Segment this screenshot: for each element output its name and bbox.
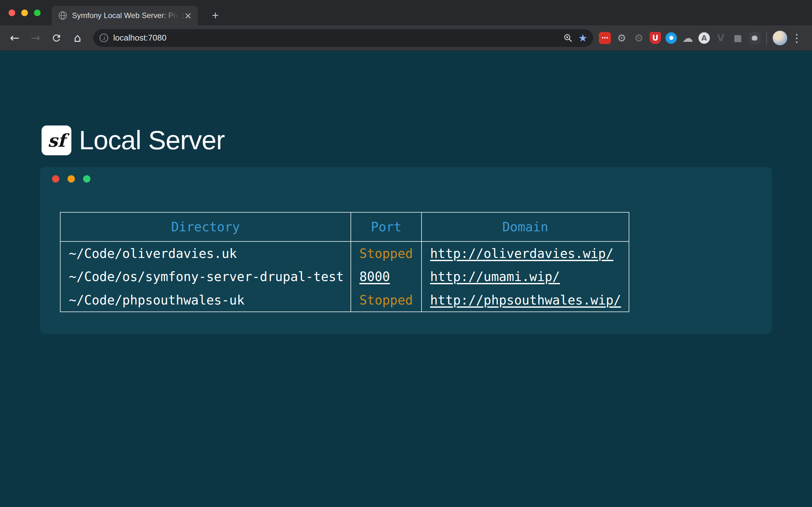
port-link[interactable]: 8000: [359, 269, 390, 284]
browser-toolbar: ← → ⌂ i localhost:7080 ★ ⋯ ⚙ ⚙: [0, 25, 812, 51]
extension-letter-v-icon[interactable]: V: [714, 32, 727, 44]
info-glyph: i: [103, 35, 105, 41]
globe-favicon-icon: [59, 11, 67, 20]
toolbar-divider: [766, 32, 767, 44]
browser-chrome: Symfony Local Web Server: Prox × + ← → ⌂…: [0, 0, 812, 51]
forward-button[interactable]: →: [27, 30, 44, 46]
site-info-icon[interactable]: i: [100, 34, 108, 42]
orange-dot-icon: [67, 175, 75, 182]
port-cell: Stopped: [351, 241, 421, 265]
column-header-port: Port: [351, 212, 421, 241]
servers-table: Directory Port Domain ~/Code/oliverdavie…: [60, 212, 629, 312]
window-close-button[interactable]: [9, 9, 15, 16]
domain-cell: http://umami.wip/: [421, 265, 629, 288]
extension-gear-icon[interactable]: ⚙: [615, 32, 628, 44]
terminal-dots: [52, 175, 90, 182]
domain-cell: http://oliverdavies.wip/: [421, 241, 629, 265]
page-title: Local Server: [79, 125, 225, 156]
server-list-card: Directory Port Domain ~/Code/oliverdavie…: [40, 167, 772, 334]
tab-title-fade: [161, 6, 183, 25]
extension-octocat-icon[interactable]: [749, 32, 761, 44]
extension-dark-gear-icon[interactable]: ⚙: [632, 32, 645, 44]
table-row: ~/Code/os/symfony-server-drupal-test 800…: [60, 265, 629, 288]
extensions-area: ⋯ ⚙ ⚙ U ☁ A V ▦: [599, 32, 761, 44]
extension-letter-a-icon[interactable]: A: [699, 32, 710, 44]
directory-cell: ~/Code/oliverdavies.uk: [60, 241, 351, 265]
domain-link[interactable]: http://umami.wip/: [430, 269, 560, 284]
new-tab-button[interactable]: +: [206, 6, 225, 25]
zoom-icon[interactable]: [563, 33, 573, 43]
browser-tab[interactable]: Symfony Local Web Server: Prox ×: [52, 6, 198, 25]
domain-link[interactable]: http://phpsouthwales.wip/: [430, 293, 621, 307]
window-minimize-button[interactable]: [21, 9, 28, 16]
table-row: ~/Code/oliverdavies.uk Stopped http://ol…: [60, 241, 629, 265]
port-status: Stopped: [359, 246, 413, 261]
domain-link[interactable]: http://oliverdavies.wip/: [430, 246, 613, 261]
port-cell: Stopped: [351, 288, 421, 312]
window-zoom-button[interactable]: [34, 9, 41, 16]
address-bar[interactable]: i localhost:7080 ★: [93, 29, 593, 47]
tab-strip: Symfony Local Web Server: Prox × +: [0, 0, 812, 25]
symfony-logo: sf: [42, 125, 71, 155]
tab-close-icon[interactable]: ×: [183, 10, 194, 21]
back-button[interactable]: ←: [6, 30, 23, 46]
profile-avatar[interactable]: [773, 31, 787, 45]
extension-cloud-icon[interactable]: ☁: [681, 32, 694, 44]
port-status: Stopped: [359, 293, 413, 307]
red-dot-icon: [52, 175, 59, 182]
port-cell: 8000: [351, 265, 421, 288]
bookmark-star-icon[interactable]: ★: [578, 33, 588, 43]
reload-icon: [51, 33, 62, 43]
extension-ublock-icon[interactable]: U: [650, 32, 661, 44]
extension-red-dots[interactable]: ⋯: [599, 32, 611, 44]
home-button[interactable]: ⌂: [69, 30, 86, 46]
symfony-logo-text: sf: [48, 130, 65, 151]
column-header-domain: Domain: [421, 212, 629, 241]
page-content: sf Local Server Directory Port Domain ~/…: [0, 51, 812, 507]
url-text: localhost:7080: [113, 33, 563, 43]
extension-blue-circle-icon[interactable]: [665, 32, 677, 44]
window-controls: [9, 0, 41, 25]
table-header-row: Directory Port Domain: [60, 212, 629, 241]
directory-cell: ~/Code/os/symfony-server-drupal-test: [60, 265, 351, 288]
table-row: ~/Code/phpsouthwales-uk Stopped http://p…: [60, 288, 629, 312]
browser-menu-icon[interactable]: ⋮: [790, 30, 804, 46]
domain-cell: http://phpsouthwales.wip/: [421, 288, 629, 312]
reload-button[interactable]: [48, 30, 65, 46]
green-dot-icon: [83, 175, 90, 182]
column-header-directory: Directory: [60, 212, 351, 241]
extension-grid-icon[interactable]: ▦: [731, 32, 744, 44]
brand-header: sf Local Server: [42, 125, 225, 156]
directory-cell: ~/Code/phpsouthwales-uk: [60, 288, 351, 312]
